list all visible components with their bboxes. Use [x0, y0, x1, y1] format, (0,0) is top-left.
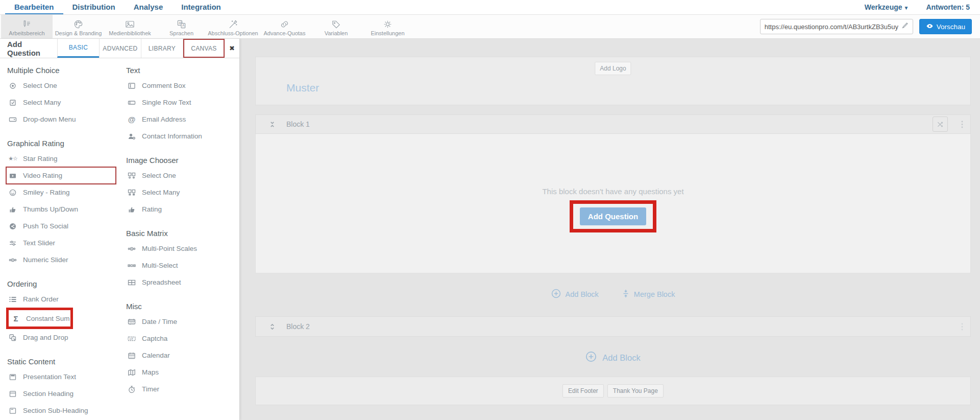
tools-menu[interactable]: Werkzeuge▼ [865, 3, 909, 11]
question-type-drag-and-drop[interactable]: Drag and Drop [6, 329, 125, 346]
question-type-constant-sum[interactable]: Σ Constant Sum [6, 308, 73, 329]
toolbar: Arbeitsbereich Design & Branding Medienb… [0, 15, 980, 39]
section-graphical-rating: Graphical Rating★☆ Star Rating Video Rat… [6, 139, 125, 268]
question-type-select-one[interactable]: Select One [6, 77, 125, 94]
question-type-section-sub-heading[interactable]: Section Sub-Heading [6, 402, 125, 419]
section-static-content: Static Content Presentation Text Section… [6, 357, 125, 419]
merge-block-button[interactable]: Merge Block [622, 289, 675, 300]
question-type-timer[interactable]: Timer [125, 381, 237, 398]
toolbar-item-variablen[interactable]: Variablen [310, 15, 362, 38]
radio-icon [8, 82, 17, 90]
nav-tab-distribution[interactable]: Distribution [63, 0, 125, 14]
question-type-spreadsheet[interactable]: Spreadsheet [125, 274, 237, 291]
rank-icon [8, 295, 17, 304]
section-heading: Text [126, 66, 237, 75]
block-2-actions [961, 323, 963, 331]
top-nav-right: Werkzeuge▼ Antworten: 5 [865, 0, 970, 14]
block-name[interactable]: Block 1 [286, 120, 310, 128]
text-slider-icon [8, 239, 17, 247]
preview-button[interactable]: Vorschau [919, 19, 972, 34]
question-type-text-slider[interactable]: Text Slider [6, 235, 125, 251]
question-type-numeric-slider[interactable]: Numeric Slider [6, 251, 125, 268]
datetime-icon [127, 318, 136, 326]
question-type-email-address[interactable]: @ Email Address [125, 111, 237, 128]
question-type-captcha[interactable]: ic8 Captcha [125, 330, 237, 347]
responses-count: Antworten: 5 [926, 3, 970, 11]
expand-block-icon[interactable] [269, 323, 276, 331]
toolbar-item-label: Variablen [325, 30, 348, 36]
gear-icon [382, 18, 393, 30]
question-type-rating[interactable]: Rating [125, 201, 237, 218]
question-type-comment-box[interactable]: Comment Box [125, 77, 237, 94]
block-1-header: Block 1 [255, 114, 971, 134]
presentation-icon [8, 373, 17, 381]
question-type-smiley-rating[interactable]: Smiley - Rating [6, 184, 125, 201]
add-question-button[interactable]: Add Question [580, 207, 646, 225]
question-type-maps[interactable]: Maps [125, 364, 237, 381]
add-block-bottom: Add Block [255, 351, 971, 364]
question-type-multi-select[interactable]: Multi-Select [125, 257, 237, 274]
nav-tab-bearbeiten[interactable]: Bearbeiten [5, 0, 63, 14]
question-type-section-heading[interactable]: Section Heading [6, 385, 125, 402]
question-type-calendar[interactable]: Calendar [125, 347, 237, 364]
add-logo-button[interactable]: Add Logo [595, 62, 631, 75]
question-type-thumbs-up-down[interactable]: Thumbs Up/Down [6, 201, 125, 218]
block-name[interactable]: Block 2 [286, 322, 310, 331]
question-type-push-to-social[interactable]: Push To Social [6, 218, 125, 235]
wand-icon [228, 18, 238, 30]
tab-canvas[interactable]: CANVAS [183, 39, 225, 58]
tab-library[interactable]: LIBRARY [141, 39, 183, 58]
question-type-drop-down-menu[interactable]: Drop-down Menu [6, 111, 125, 128]
add-block-button[interactable]: Add Block [551, 289, 599, 300]
question-type-contact-information[interactable]: Contact Information [125, 128, 237, 145]
toolbar-item-label: Einstellungen [371, 30, 404, 36]
close-icon[interactable]: ✖ [225, 39, 239, 58]
block-menu-icon[interactable] [961, 121, 963, 128]
section-heading: Ordering [7, 279, 125, 288]
question-type-select-many[interactable]: Select Many [6, 94, 125, 111]
panel-tab-row: Add Question BASICADVANCEDLIBRARYCANVAS … [0, 39, 239, 58]
tab-basic[interactable]: BASIC [57, 39, 99, 58]
block-operations: Add Block Merge Block [255, 289, 971, 300]
block-1-actions [933, 116, 963, 132]
section-heading: Basic Matrix [126, 229, 237, 238]
survey-title[interactable]: Muster [286, 82, 319, 94]
question-type-star-rating[interactable]: ★☆ Star Rating [6, 150, 125, 167]
toolbar-item-label: Arbeitsbereich [9, 30, 44, 36]
question-type-rank-order[interactable]: Rank Order [6, 291, 125, 308]
question-type-presentation-text[interactable]: Presentation Text [6, 368, 125, 385]
question-type-select-one[interactable]: Select One [125, 167, 237, 184]
top-nav-items: BearbeitenDistributionAnalyseIntegration [5, 0, 230, 14]
question-type-label: Multi-Point Scales [142, 245, 197, 252]
thank-you-page-button[interactable]: Thank You Page [607, 384, 664, 398]
toolbar-item-medienbibliothek[interactable]: Medienbibliothek [104, 15, 156, 38]
question-type-label: Select One [23, 82, 57, 89]
edit-footer-button[interactable]: Edit Footer [562, 384, 604, 398]
toolbar-item-design-branding[interactable]: Design & Branding [53, 15, 104, 38]
question-type-select-many[interactable]: Select Many [125, 184, 237, 201]
section-heading: Multiple Choice [7, 66, 125, 75]
toolbar-item-arbeitsbereich[interactable]: Arbeitsbereich [1, 15, 53, 38]
randomize-icon[interactable] [933, 116, 948, 132]
collapse-block-icon[interactable] [269, 121, 276, 128]
nav-tab-analyse[interactable]: Analyse [125, 0, 173, 14]
question-type-video-rating[interactable]: Video Rating [6, 167, 116, 184]
toolbar-item-label: Advance-Quotas [264, 30, 306, 36]
edit-pencil-icon[interactable] [901, 22, 909, 31]
section-heading: Static Content [7, 357, 125, 366]
toolbar-item-abschluss-optionen[interactable]: Abschluss-Optionen [207, 15, 259, 38]
survey-header-card: Add Logo Muster [255, 57, 971, 105]
toolbar-item-einstellungen[interactable]: Einstellungen [362, 15, 413, 38]
question-type-multi-point-scales[interactable]: Multi-Point Scales [125, 240, 237, 257]
survey-url-input[interactable] [765, 23, 898, 31]
add-block-button[interactable]: Add Block [585, 351, 640, 364]
question-type-single-row-text[interactable]: Single Row Text [125, 94, 237, 111]
toolbar-item-label: Sprachen [169, 30, 193, 36]
timer-icon [127, 385, 136, 393]
tab-advanced[interactable]: ADVANCED [99, 39, 141, 58]
toolbar-item-sprachen[interactable]: abA Sprachen [156, 15, 207, 38]
block-menu-icon[interactable] [961, 323, 963, 331]
question-type-date-time[interactable]: Date / Time [125, 313, 237, 330]
toolbar-item-advance-quotas[interactable]: Advance-Quotas [259, 15, 310, 38]
nav-tab-integration[interactable]: Integration [172, 0, 230, 14]
